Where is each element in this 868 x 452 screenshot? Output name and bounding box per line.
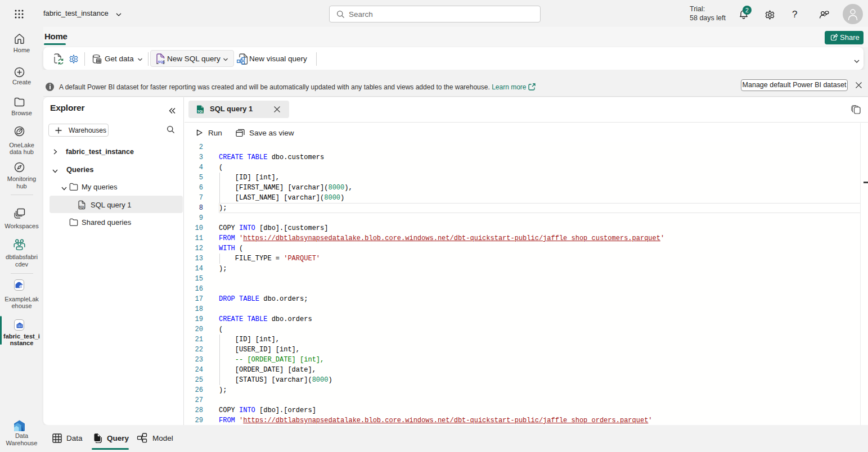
svg-text:SQL: SQL [158, 60, 165, 64]
svg-text:SQL: SQL [79, 205, 85, 208]
svg-text:SQL: SQL [197, 110, 204, 113]
